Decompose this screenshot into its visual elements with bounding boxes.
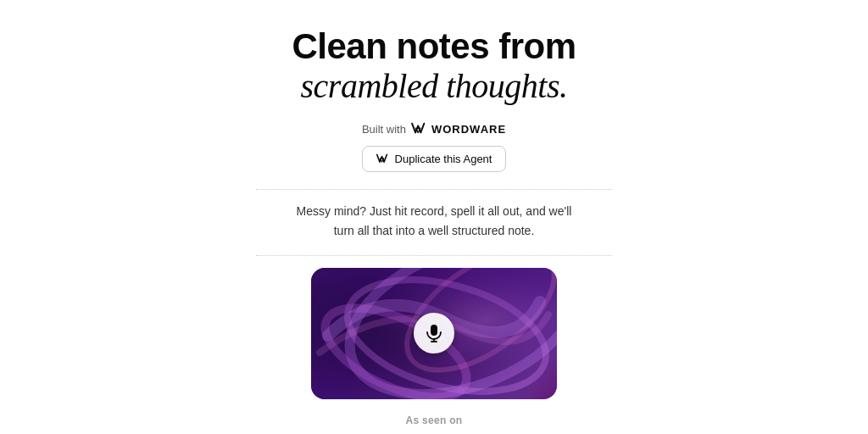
built-with-row: Built with WORDWARE xyxy=(362,122,506,136)
divider-top xyxy=(256,189,612,190)
description-text: Messy mind? Just hit record, spell it al… xyxy=(290,202,578,240)
wordware-small-icon xyxy=(376,153,390,164)
headline-line2: scrambled thoughts. xyxy=(301,66,568,107)
main-container: Clean notes from scrambled thoughts. Bui… xyxy=(0,0,868,434)
headline-line1: Clean notes from xyxy=(292,27,576,66)
duplicate-agent-button[interactable]: Duplicate this Agent xyxy=(362,146,507,172)
divider-bottom xyxy=(256,255,612,256)
microphone-button[interactable] xyxy=(414,313,454,353)
microphone-icon xyxy=(426,324,442,342)
svg-rect-6 xyxy=(431,325,437,336)
wordware-icon xyxy=(411,122,428,136)
built-with-prefix: Built with xyxy=(362,123,406,136)
as-seen-on-label: As seen on xyxy=(405,415,462,426)
audio-visual-container xyxy=(311,268,557,399)
wordware-brand: WORDWARE xyxy=(431,123,506,136)
duplicate-button-label: Duplicate this Agent xyxy=(395,153,492,165)
wordware-logo: WORDWARE xyxy=(411,122,506,136)
